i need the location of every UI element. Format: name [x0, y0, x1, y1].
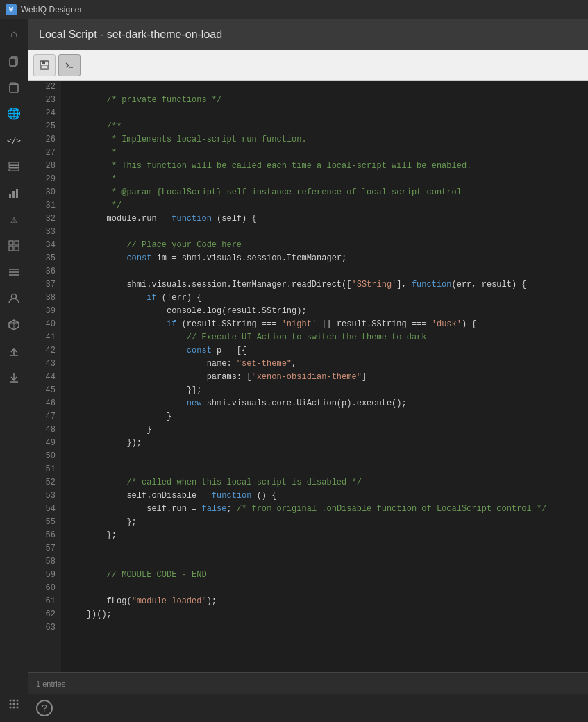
svg-rect-7: [9, 194, 11, 198]
svg-rect-4: [9, 162, 19, 165]
code-line: if (result.SString === 'night' || result…: [67, 318, 582, 331]
page-title: Local Script - set-dark-theme-on-load: [39, 28, 222, 41]
title-bar: W WebIQ Designer: [0, 0, 588, 19]
toolbar: [28, 50, 588, 81]
code-view-button[interactable]: [58, 54, 81, 76]
code-line: [67, 265, 582, 278]
code-line: [67, 107, 582, 120]
sidebar-item-grid[interactable]: [1, 233, 26, 258]
svg-point-27: [17, 700, 19, 702]
svg-rect-35: [42, 61, 45, 64]
code-line: [67, 226, 582, 239]
code-line: };: [67, 529, 582, 542]
svg-point-32: [13, 707, 15, 709]
svg-point-30: [17, 703, 19, 705]
code-line: self.onDisable = function () {: [67, 489, 582, 503]
svg-rect-11: [15, 241, 19, 245]
code-line: }];: [67, 384, 582, 397]
svg-point-29: [13, 703, 15, 705]
code-line: [67, 542, 582, 555]
code-line: }: [67, 410, 582, 423]
code-line: /* private functions */: [67, 94, 582, 107]
code-line: /* called when this local-script is disa…: [67, 476, 582, 489]
code-line: self.run = false; /* from original .onDi…: [67, 503, 582, 516]
sidebar-item-copy[interactable]: [1, 49, 26, 74]
help-button[interactable]: ?: [36, 700, 53, 716]
sidebar-item-layers[interactable]: [1, 154, 26, 179]
code-line: });: [67, 437, 582, 450]
code-line: shmi.visuals.session.ItemManager.readDir…: [67, 278, 582, 292]
code-line: [67, 621, 582, 635]
svg-rect-13: [15, 246, 19, 251]
svg-point-28: [10, 703, 12, 705]
svg-rect-9: [16, 189, 18, 198]
code-line: const im = shmi.visuals.session.ItemMana…: [67, 252, 582, 265]
app-layout: ⌂ 🌐 </>: [0, 19, 588, 722]
code-line: [67, 81, 582, 94]
code-line: const p = [{: [67, 344, 582, 358]
code-container[interactable]: 22 23 24 25 26 27 28 29 30 31 32 33 34 3…: [28, 81, 588, 672]
code-line: fLog("module loaded");: [67, 595, 582, 608]
main-content: Local Script - set-dark-theme-on-load: [28, 19, 588, 722]
svg-rect-1: [10, 58, 16, 66]
page-header: Local Script - set-dark-theme-on-load: [28, 19, 588, 50]
code-editor[interactable]: /* private functions */ /** * Implements…: [61, 81, 588, 672]
sidebar-item-chart[interactable]: [1, 180, 26, 205]
sidebar-item-globe[interactable]: 🌐: [1, 101, 26, 126]
code-line: *: [67, 146, 582, 160]
code-line: };: [67, 516, 582, 529]
code-line: new shmi.visuals.core.UiAction(p).execut…: [67, 397, 582, 410]
save-button[interactable]: [33, 54, 56, 76]
code-line: */: [67, 199, 582, 212]
title-bar-text: WebIQ Designer: [21, 5, 82, 15]
bottom-bar: ?: [28, 694, 588, 722]
sidebar-item-list[interactable]: [1, 260, 26, 285]
code-line: *: [67, 173, 582, 186]
svg-rect-12: [9, 246, 13, 251]
svg-rect-36: [42, 65, 47, 69]
line-numbers: 22 23 24 25 26 27 28 29 30 31 32 33 34 3…: [28, 81, 61, 672]
code-line: * @param {LocalScript} self instance ref…: [67, 186, 582, 199]
code-line: // MODULE CODE - END: [67, 569, 582, 582]
sidebar-item-package[interactable]: [1, 312, 26, 337]
svg-rect-6: [9, 169, 19, 171]
sidebar-item-user[interactable]: [1, 286, 26, 311]
code-line: })();: [67, 608, 582, 621]
code-line: }: [67, 423, 582, 437]
code-line: * This function will be called each time…: [67, 160, 582, 173]
code-line: /**: [67, 120, 582, 133]
status-bar: 1 entries: [28, 672, 588, 694]
code-line: name: "set-theme",: [67, 358, 582, 371]
code-line: // Execute UI Action to switch the theme…: [67, 331, 582, 344]
sidebar-item-apps[interactable]: [1, 691, 26, 716]
editor-area[interactable]: 22 23 24 25 26 27 28 29 30 31 32 33 34 3…: [28, 81, 588, 672]
sidebar: ⌂ 🌐 </>: [0, 19, 28, 722]
sidebar-item-warning[interactable]: ⚠: [1, 207, 26, 232]
code-line: // Place your Code here: [67, 239, 582, 252]
svg-point-33: [17, 707, 19, 709]
code-line: [67, 463, 582, 476]
sidebar-item-download[interactable]: [1, 365, 26, 390]
code-line: * Implements local-script run function.: [67, 133, 582, 146]
svg-rect-8: [12, 191, 15, 198]
code-line: [67, 450, 582, 463]
status-text: 1 entries: [36, 680, 65, 688]
code-line: [67, 582, 582, 595]
app-icon: W: [6, 4, 17, 15]
code-line: console.log(result.SString);: [67, 305, 582, 318]
svg-rect-10: [9, 241, 13, 245]
svg-point-31: [10, 707, 12, 709]
sidebar-item-home[interactable]: ⌂: [1, 22, 26, 47]
code-line: if (!err) {: [67, 292, 582, 305]
code-line: [67, 555, 582, 569]
sidebar-item-paste[interactable]: [1, 75, 26, 100]
sidebar-item-upload[interactable]: [1, 339, 26, 364]
svg-point-26: [13, 700, 15, 702]
code-line: module.run = function (self) {: [67, 212, 582, 226]
sidebar-item-code[interactable]: </>: [1, 128, 26, 153]
svg-rect-5: [9, 166, 19, 168]
code-line: params: ["xenon-obsidian-theme"]: [67, 371, 582, 384]
svg-point-25: [10, 700, 12, 702]
svg-rect-3: [10, 84, 18, 92]
